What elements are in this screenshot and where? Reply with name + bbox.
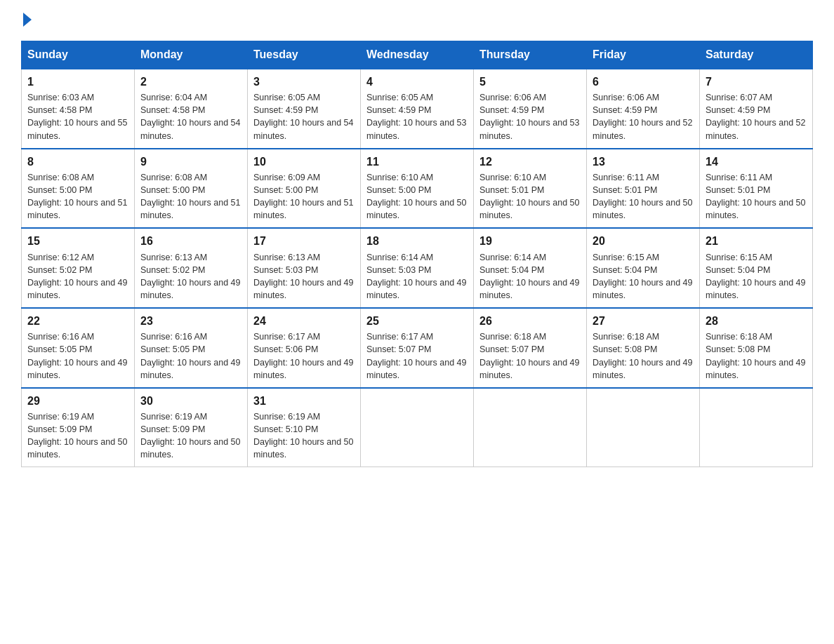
day-sunset: Sunset: 5:04 PM xyxy=(593,265,657,275)
day-sunset: Sunset: 4:59 PM xyxy=(479,105,544,115)
day-number: 13 xyxy=(593,154,694,170)
calendar-header-tuesday: Tuesday xyxy=(248,41,361,69)
calendar-cell: 26 Sunrise: 6:18 AM Sunset: 5:07 PM Dayl… xyxy=(474,308,587,388)
day-sunrise: Sunrise: 6:08 AM xyxy=(140,173,207,182)
day-daylight: Daylight: 10 hours and 50 minutes. xyxy=(479,198,579,220)
calendar-cell: 19 Sunrise: 6:14 AM Sunset: 5:04 PM Dayl… xyxy=(474,228,587,308)
calendar-header-friday: Friday xyxy=(587,41,700,69)
day-daylight: Daylight: 10 hours and 52 minutes. xyxy=(593,118,692,140)
calendar-cell: 15 Sunrise: 6:12 AM Sunset: 5:02 PM Dayl… xyxy=(22,228,135,308)
day-daylight: Daylight: 10 hours and 50 minutes. xyxy=(140,437,240,459)
calendar-cell: 30 Sunrise: 6:19 AM Sunset: 5:09 PM Dayl… xyxy=(135,388,248,467)
day-sunrise: Sunrise: 6:11 AM xyxy=(706,173,772,182)
day-number: 20 xyxy=(593,233,694,249)
calendar-cell: 28 Sunrise: 6:18 AM Sunset: 5:08 PM Dayl… xyxy=(700,308,813,388)
day-sunrise: Sunrise: 6:09 AM xyxy=(253,173,320,182)
day-daylight: Daylight: 10 hours and 53 minutes. xyxy=(366,118,466,140)
day-sunrise: Sunrise: 6:18 AM xyxy=(593,332,659,342)
day-daylight: Daylight: 10 hours and 49 minutes. xyxy=(593,358,692,380)
calendar-cell: 5 Sunrise: 6:06 AM Sunset: 4:59 PM Dayli… xyxy=(474,69,587,149)
calendar-header-row: SundayMondayTuesdayWednesdayThursdayFrid… xyxy=(22,41,813,69)
day-number: 12 xyxy=(479,154,581,170)
day-daylight: Daylight: 10 hours and 49 minutes. xyxy=(479,358,579,380)
day-daylight: Daylight: 10 hours and 49 minutes. xyxy=(253,278,353,300)
day-daylight: Daylight: 10 hours and 49 minutes. xyxy=(366,278,466,300)
day-sunset: Sunset: 5:03 PM xyxy=(366,265,431,275)
day-sunrise: Sunrise: 6:12 AM xyxy=(27,253,94,262)
day-number: 1 xyxy=(27,74,128,90)
calendar-cell: 22 Sunrise: 6:16 AM Sunset: 5:05 PM Dayl… xyxy=(22,308,135,388)
day-number: 27 xyxy=(593,313,694,329)
day-sunrise: Sunrise: 6:17 AM xyxy=(366,332,433,342)
day-sunset: Sunset: 5:01 PM xyxy=(706,185,770,195)
logo xyxy=(21,14,33,27)
day-sunrise: Sunrise: 6:19 AM xyxy=(253,412,320,422)
calendar-cell: 29 Sunrise: 6:19 AM Sunset: 5:09 PM Dayl… xyxy=(22,388,135,467)
day-sunrise: Sunrise: 6:16 AM xyxy=(140,332,207,342)
day-sunset: Sunset: 4:59 PM xyxy=(253,105,318,115)
calendar-week-row: 15 Sunrise: 6:12 AM Sunset: 5:02 PM Dayl… xyxy=(22,228,813,308)
day-sunset: Sunset: 5:08 PM xyxy=(706,344,770,354)
day-daylight: Daylight: 10 hours and 50 minutes. xyxy=(366,198,466,220)
calendar-cell: 1 Sunrise: 6:03 AM Sunset: 4:58 PM Dayli… xyxy=(22,69,135,149)
day-sunrise: Sunrise: 6:18 AM xyxy=(479,332,546,342)
day-sunrise: Sunrise: 6:05 AM xyxy=(366,93,433,102)
day-number: 23 xyxy=(140,313,241,329)
calendar-week-row: 8 Sunrise: 6:08 AM Sunset: 5:00 PM Dayli… xyxy=(22,149,813,229)
logo-arrow-icon xyxy=(23,13,32,27)
day-number: 29 xyxy=(27,393,128,409)
calendar-cell: 14 Sunrise: 6:11 AM Sunset: 5:01 PM Dayl… xyxy=(700,149,813,229)
day-daylight: Daylight: 10 hours and 54 minutes. xyxy=(253,118,353,140)
day-sunrise: Sunrise: 6:06 AM xyxy=(593,93,659,102)
calendar-week-row: 1 Sunrise: 6:03 AM Sunset: 4:58 PM Dayli… xyxy=(22,69,813,149)
day-number: 24 xyxy=(253,313,355,329)
day-sunrise: Sunrise: 6:10 AM xyxy=(479,173,546,182)
day-number: 21 xyxy=(706,233,807,249)
day-sunset: Sunset: 5:10 PM xyxy=(253,424,318,434)
day-sunrise: Sunrise: 6:15 AM xyxy=(706,253,772,262)
day-sunrise: Sunrise: 6:16 AM xyxy=(27,332,94,342)
day-sunset: Sunset: 5:03 PM xyxy=(253,265,318,275)
calendar-cell: 7 Sunrise: 6:07 AM Sunset: 4:59 PM Dayli… xyxy=(700,69,813,149)
day-daylight: Daylight: 10 hours and 50 minutes. xyxy=(706,198,805,220)
day-sunset: Sunset: 5:09 PM xyxy=(27,424,92,434)
day-number: 25 xyxy=(366,313,468,329)
day-sunset: Sunset: 5:00 PM xyxy=(140,185,205,195)
calendar-header-saturday: Saturday xyxy=(700,41,813,69)
calendar-cell: 13 Sunrise: 6:11 AM Sunset: 5:01 PM Dayl… xyxy=(587,149,700,229)
calendar-cell: 20 Sunrise: 6:15 AM Sunset: 5:04 PM Dayl… xyxy=(587,228,700,308)
calendar-cell: 9 Sunrise: 6:08 AM Sunset: 5:00 PM Dayli… xyxy=(135,149,248,229)
calendar-header-monday: Monday xyxy=(135,41,248,69)
day-sunrise: Sunrise: 6:04 AM xyxy=(140,93,207,102)
day-number: 6 xyxy=(593,74,694,90)
day-sunrise: Sunrise: 6:11 AM xyxy=(593,173,659,182)
day-daylight: Daylight: 10 hours and 49 minutes. xyxy=(140,278,240,300)
day-sunrise: Sunrise: 6:07 AM xyxy=(706,93,772,102)
day-daylight: Daylight: 10 hours and 49 minutes. xyxy=(366,358,466,380)
day-sunset: Sunset: 5:01 PM xyxy=(593,185,657,195)
day-number: 5 xyxy=(479,74,581,90)
day-sunset: Sunset: 5:05 PM xyxy=(27,344,92,354)
calendar-header-sunday: Sunday xyxy=(22,41,135,69)
day-daylight: Daylight: 10 hours and 51 minutes. xyxy=(140,198,240,220)
calendar-cell: 10 Sunrise: 6:09 AM Sunset: 5:00 PM Dayl… xyxy=(248,149,361,229)
calendar-cell: 27 Sunrise: 6:18 AM Sunset: 5:08 PM Dayl… xyxy=(587,308,700,388)
day-daylight: Daylight: 10 hours and 49 minutes. xyxy=(27,278,127,300)
day-sunset: Sunset: 4:58 PM xyxy=(27,105,92,115)
calendar-cell: 21 Sunrise: 6:15 AM Sunset: 5:04 PM Dayl… xyxy=(700,228,813,308)
day-number: 15 xyxy=(27,233,128,249)
day-daylight: Daylight: 10 hours and 54 minutes. xyxy=(140,118,240,140)
calendar-cell xyxy=(587,388,700,467)
day-sunrise: Sunrise: 6:05 AM xyxy=(253,93,320,102)
day-sunrise: Sunrise: 6:03 AM xyxy=(27,93,94,102)
calendar-cell xyxy=(700,388,813,467)
day-sunset: Sunset: 5:04 PM xyxy=(479,265,544,275)
day-sunset: Sunset: 5:07 PM xyxy=(366,344,431,354)
day-sunrise: Sunrise: 6:18 AM xyxy=(706,332,772,342)
calendar-cell xyxy=(361,388,474,467)
day-daylight: Daylight: 10 hours and 53 minutes. xyxy=(479,118,579,140)
day-sunset: Sunset: 5:01 PM xyxy=(479,185,544,195)
calendar-cell: 3 Sunrise: 6:05 AM Sunset: 4:59 PM Dayli… xyxy=(248,69,361,149)
day-number: 18 xyxy=(366,233,468,249)
day-number: 10 xyxy=(253,154,355,170)
